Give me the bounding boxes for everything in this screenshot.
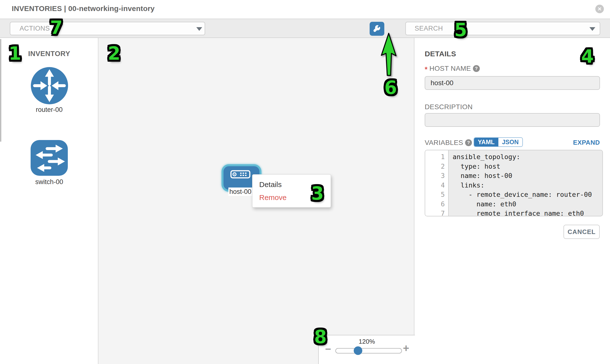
router-icon [31, 67, 68, 104]
annotation-6: 6 [384, 77, 397, 98]
switch-icon [31, 140, 68, 176]
annotation-8: 8 [314, 326, 327, 347]
search-dropdown-label: SEARCH [415, 25, 443, 32]
search-dropdown[interactable]: SEARCH [405, 22, 600, 35]
help-icon[interactable]: ? [473, 65, 480, 72]
inventory-item-switch-label: switch-00 [0, 178, 98, 186]
line-number: 7 [425, 209, 445, 216]
toolbar: ACTIONS SEARCH [0, 19, 610, 38]
code-line: links: [453, 181, 602, 190]
actions-dropdown-label: ACTIONS [20, 25, 50, 32]
description-label: DESCRIPTION [425, 103, 473, 111]
actions-dropdown[interactable]: ACTIONS [10, 22, 205, 35]
code-line: - remote_device_name: router-00 [453, 190, 602, 199]
line-number: 3 [425, 171, 445, 181]
zoom-control: 120% − + [318, 335, 415, 364]
host-name-label: HOST NAME [429, 65, 471, 72]
details-panel-title: DETAILS [425, 50, 456, 58]
description-label-row: DESCRIPTION [425, 103, 473, 111]
editor-code-area[interactable]: ansible_topology: type: host name: host-… [449, 150, 602, 216]
zoom-slider-handle[interactable] [354, 346, 362, 355]
inventory-item-router[interactable] [31, 67, 68, 104]
yaml-toggle-button[interactable]: YAML [474, 138, 498, 146]
inventory-item-router-label: router-00 [0, 106, 98, 114]
annotation-2: 2 [108, 43, 120, 64]
host-node-label: host-00 [228, 187, 252, 196]
description-field[interactable] [425, 113, 600, 127]
annotation-arrow-up [379, 32, 399, 78]
code-line: remote_interface_name: eth0 [453, 209, 602, 216]
required-marker: * [425, 65, 427, 73]
page-title: INVENTORIES | 00-networking-inventory [12, 4, 155, 13]
line-number: 6 [425, 199, 445, 209]
inventory-item-switch[interactable] [31, 140, 68, 176]
variables-code-editor[interactable]: 1 2 3 4 5 6 7 ansible_topology: type: ho… [425, 150, 603, 216]
code-line: ansible_topology: [453, 152, 602, 162]
line-number: 1 [425, 152, 445, 162]
chevron-down-icon [196, 27, 202, 31]
variables-format-toggle: YAML JSON [474, 137, 523, 147]
zoom-level-value: 120% [319, 338, 415, 345]
variables-label: VARIABLES [425, 139, 463, 147]
cancel-button[interactable]: CANCEL [563, 225, 600, 239]
variables-label-row: VARIABLES ? [425, 139, 472, 147]
inventory-topology-screen: INVENTORIES | 00-networking-inventory ✕ … [0, 0, 610, 364]
topology-canvas[interactable]: host-00 Details Remove 120% − + [98, 38, 415, 364]
close-icon[interactable]: ✕ [595, 5, 604, 13]
line-number: 2 [425, 162, 445, 171]
host-name-label-row: * HOST NAME ? [425, 64, 480, 72]
code-line: type: host [453, 162, 602, 171]
host-name-field[interactable] [425, 76, 600, 90]
annotation-7: 7 [50, 17, 63, 38]
chevron-down-icon [589, 27, 595, 31]
line-number: 5 [425, 190, 445, 199]
zoom-slider-track[interactable] [335, 348, 402, 353]
annotation-1: 1 [9, 43, 21, 64]
app-header: INVENTORIES | 00-networking-inventory ✕ [0, 0, 610, 19]
editor-line-numbers: 1 2 3 4 5 6 7 [425, 150, 449, 216]
expand-link[interactable]: EXPAND [569, 139, 600, 146]
annotation-5: 5 [454, 19, 467, 40]
inventory-panel: INVENTORY router-00 [0, 38, 98, 364]
code-line: name: eth0 [453, 199, 602, 209]
details-panel: DETAILS * HOST NAME ? DESCRIPTION VARIAB… [415, 38, 610, 364]
host-icon [230, 170, 250, 179]
annotation-3: 3 [311, 183, 324, 204]
json-toggle-button[interactable]: JSON [498, 138, 523, 146]
zoom-in-button[interactable]: + [403, 342, 409, 354]
line-number: 4 [425, 181, 445, 190]
code-line: name: host-00 [453, 171, 602, 181]
annotation-4: 4 [581, 46, 594, 67]
help-icon[interactable]: ? [465, 139, 472, 146]
